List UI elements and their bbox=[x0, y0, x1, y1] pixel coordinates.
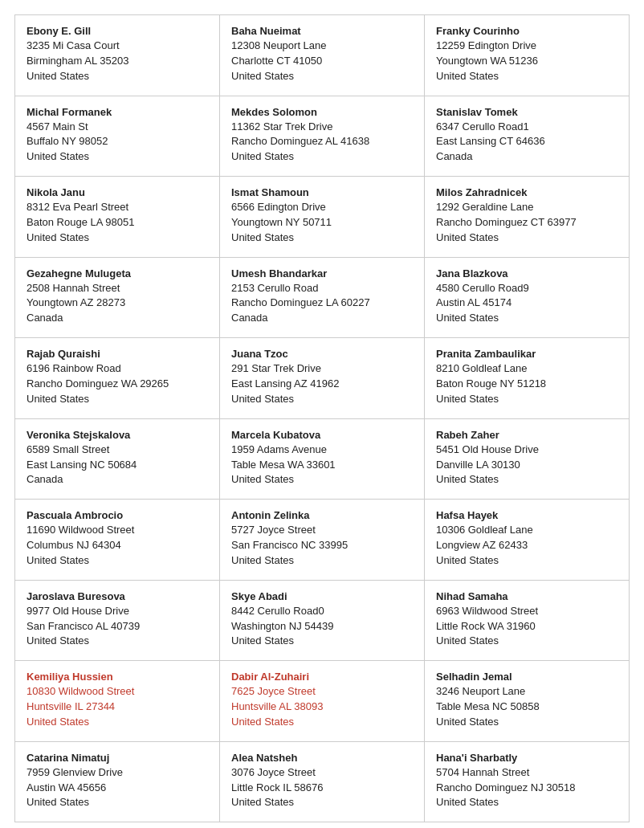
address-line: 9977 Old House Drive bbox=[26, 604, 208, 619]
address-line: Huntsville AL 38093 bbox=[231, 700, 413, 715]
list-item: Ebony E. Gill3235 Mi Casa CourtBirmingha… bbox=[15, 15, 220, 96]
list-item: Nihad Samaha6963 Wildwood StreetLittle R… bbox=[425, 581, 629, 661]
list-item: Kemiliya Hussien10830 Wildwood StreetHun… bbox=[15, 661, 220, 741]
address-line: Washington NJ 54439 bbox=[231, 619, 413, 634]
address-line: Huntsville IL 27344 bbox=[26, 700, 208, 715]
address-line: United States bbox=[436, 230, 618, 246]
address-line: 6566 Edington Drive bbox=[231, 200, 413, 215]
person-name: Gezahegne Mulugeta bbox=[26, 267, 208, 279]
address-line: Baton Rouge NY 51218 bbox=[436, 377, 618, 392]
list-item: Catarina Nimatuj7959 Glenview DriveAusti… bbox=[15, 742, 220, 822]
address-line: Longview AZ 62433 bbox=[436, 538, 618, 553]
address-line: 6589 Small Street bbox=[26, 443, 208, 458]
address-line: Charlotte CT 41050 bbox=[231, 54, 413, 69]
list-item: Antonin Zelinka5727 Joyce StreetSan Fran… bbox=[220, 500, 425, 580]
address-line: 12308 Neuport Lane bbox=[231, 39, 413, 54]
person-name: Nikola Janu bbox=[26, 186, 208, 198]
list-item: Rabeh Zaher5451 Old House DriveDanville … bbox=[425, 419, 629, 500]
address-line: United States bbox=[26, 715, 208, 730]
address-line: 7625 Joyce Street bbox=[231, 684, 413, 700]
person-name: Antonin Zelinka bbox=[231, 509, 413, 521]
address-line: Rancho Dominguez NJ 30518 bbox=[436, 781, 618, 796]
address-line: 3235 Mi Casa Court bbox=[26, 39, 208, 54]
list-item: Marcela Kubatova1959 Adams AvenueTable M… bbox=[220, 419, 425, 500]
page: Ebony E. Gill3235 Mi Casa CourtBirmingha… bbox=[0, 0, 644, 828]
address-line: Table Mesa WA 33601 bbox=[231, 458, 413, 473]
address-line: 3076 Joyce Street bbox=[231, 765, 413, 781]
address-line: United States bbox=[436, 392, 618, 407]
address-line: 4580 Cerullo Road9 bbox=[436, 281, 618, 296]
list-item: Alea Natsheh3076 Joyce StreetLittle Rock… bbox=[220, 742, 425, 822]
list-item: Veronika Stejskalova6589 Small StreetEas… bbox=[15, 419, 220, 500]
address-line: Danville LA 30130 bbox=[436, 458, 618, 473]
address-line: San Francisco AL 40739 bbox=[26, 619, 208, 634]
table-row: Michal Formanek4567 Main StBuffalo NY 98… bbox=[15, 96, 629, 177]
address-line: 11362 Star Trek Drive bbox=[231, 120, 413, 135]
list-item: Milos Zahradnicek1292 Geraldine LaneRanc… bbox=[425, 177, 629, 257]
list-item: Mekdes Solomon11362 Star Trek DriveRanch… bbox=[220, 96, 425, 177]
address-grid: Ebony E. Gill3235 Mi Casa CourtBirmingha… bbox=[14, 14, 630, 822]
address-line: United States bbox=[26, 392, 208, 407]
address-line: 1292 Geraldine Lane bbox=[436, 200, 618, 215]
person-name: Alea Natsheh bbox=[231, 752, 413, 764]
list-item: Nikola Janu8312 Eva Pearl StreetBaton Ro… bbox=[15, 177, 220, 257]
person-name: Franky Courinho bbox=[436, 25, 618, 37]
address-line: East Lansing AZ 41962 bbox=[231, 377, 413, 392]
address-line: Youngtown AZ 28273 bbox=[26, 296, 208, 311]
address-line: 5727 Joyce Street bbox=[231, 523, 413, 538]
address-line: United States bbox=[26, 230, 208, 246]
address-line: United States bbox=[26, 634, 208, 649]
table-row: Jaroslava Buresova9977 Old House DriveSa… bbox=[15, 581, 629, 662]
address-line: United States bbox=[436, 311, 618, 326]
list-item: Dabir Al-Zuhairi7625 Joyce StreetHuntsvi… bbox=[220, 661, 425, 741]
address-line: Youngtown WA 51236 bbox=[436, 54, 618, 69]
address-line: 2508 Hannah Street bbox=[26, 281, 208, 296]
address-line: United States bbox=[26, 69, 208, 84]
address-line: 11690 Wildwood Street bbox=[26, 523, 208, 538]
address-line: 10306 Goldleaf Lane bbox=[436, 523, 618, 538]
address-line: United States bbox=[436, 472, 618, 487]
person-name: Pranita Zambaulikar bbox=[436, 348, 618, 360]
person-name: Catarina Nimatuj bbox=[26, 752, 208, 764]
person-name: Jaroslava Buresova bbox=[26, 590, 208, 602]
person-name: Mekdes Solomon bbox=[231, 106, 413, 118]
address-line: United States bbox=[436, 553, 618, 569]
address-line: United States bbox=[231, 230, 413, 246]
person-name: Milos Zahradnicek bbox=[436, 186, 618, 198]
address-line: 3246 Neuport Lane bbox=[436, 684, 618, 700]
address-line: 6347 Cerullo Road1 bbox=[436, 120, 618, 135]
person-name: Veronika Stejskalova bbox=[26, 429, 208, 441]
person-name: Jana Blazkova bbox=[436, 267, 618, 279]
address-line: 7959 Glenview Drive bbox=[26, 765, 208, 781]
person-name: Nihad Samaha bbox=[436, 590, 618, 602]
address-line: United States bbox=[26, 795, 208, 810]
person-name: Umesh Bhandarkar bbox=[231, 267, 413, 279]
address-line: 6963 Wildwood Street bbox=[436, 604, 618, 619]
address-line: Rancho Dominguez LA 60227 bbox=[231, 296, 413, 311]
address-line: 10830 Wildwood Street bbox=[26, 684, 208, 700]
address-line: United States bbox=[436, 69, 618, 84]
address-line: United States bbox=[231, 795, 413, 810]
person-name: Selhadin Jemal bbox=[436, 671, 618, 683]
table-row: Ebony E. Gill3235 Mi Casa CourtBirmingha… bbox=[15, 15, 629, 96]
list-item: Hana'i Sharbatly5704 Hannah StreetRancho… bbox=[425, 742, 629, 822]
person-name: Dabir Al-Zuhairi bbox=[231, 671, 413, 683]
address-line: 291 Star Trek Drive bbox=[231, 361, 413, 377]
address-line: Rancho Dominguez WA 29265 bbox=[26, 377, 208, 392]
person-name: Hana'i Sharbatly bbox=[436, 752, 618, 764]
person-name: Juana Tzoc bbox=[231, 348, 413, 360]
address-line: United States bbox=[436, 795, 618, 810]
address-line: 5451 Old House Drive bbox=[436, 443, 618, 458]
address-line: Buffalo NY 98052 bbox=[26, 134, 208, 149]
person-name: Rabeh Zaher bbox=[436, 429, 618, 441]
address-line: Rancho Dominguez CT 63977 bbox=[436, 215, 618, 230]
address-line: United States bbox=[231, 634, 413, 649]
person-name: Pascuala Ambrocio bbox=[26, 509, 208, 521]
address-line: Youngtown NY 50711 bbox=[231, 215, 413, 230]
list-item: Jaroslava Buresova9977 Old House DriveSa… bbox=[15, 581, 220, 661]
list-item: Michal Formanek4567 Main StBuffalo NY 98… bbox=[15, 96, 220, 177]
list-item: Juana Tzoc291 Star Trek DriveEast Lansin… bbox=[220, 338, 425, 418]
address-line: United States bbox=[231, 69, 413, 84]
address-line: East Lansing NC 50684 bbox=[26, 458, 208, 473]
list-item: Pranita Zambaulikar8210 Goldleaf LaneBat… bbox=[425, 338, 629, 418]
